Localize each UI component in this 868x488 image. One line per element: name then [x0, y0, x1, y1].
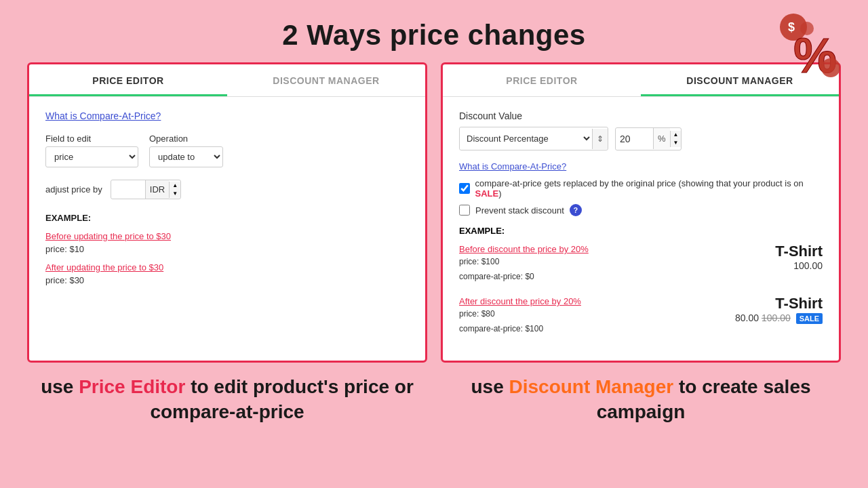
before-price-label: price: [459, 257, 481, 266]
spinner-up[interactable]: ▲ [170, 182, 180, 190]
idr-input-wrap: IDR ▲ ▼ [111, 180, 181, 199]
after-price-label: price: [459, 309, 481, 319]
checkbox-stack-row: Prevent stack discount ? [459, 204, 823, 216]
discount-spinner-up[interactable]: ▲ [671, 131, 682, 139]
sale-badge: SALE [796, 313, 823, 324]
compare-at-price-link-right[interactable]: What is Compare-At-Price? [459, 161, 823, 171]
before-card-details: price: $100 compare-at-price: $0 [459, 255, 589, 284]
tab-discount-manager-left[interactable]: DISCOUNT MANAGER [227, 64, 425, 96]
before-discount-card: Before discount the price by 20% price: … [459, 243, 823, 284]
discount-input-row: Discount Percentage Discount Fixed Amoun… [459, 127, 823, 150]
discount-value-label: Discount Value [459, 110, 823, 121]
footer: use Price Editor to edit product's price… [0, 363, 868, 424]
page-header: 2 Ways price changes [0, 0, 868, 62]
after-price-new: 80.00 [735, 312, 759, 323]
before-compare-val: $0 [525, 272, 534, 281]
discount-select-arrow-icon: ⇕ [592, 129, 608, 149]
footer-left-text1: use [41, 376, 79, 397]
footer-left-text2: to edit product's price or compare-at-pr… [150, 376, 413, 422]
percent-icon: $ % [773, 8, 848, 92]
before-product-name: T-Shirt [775, 243, 823, 260]
field-operation-row: Field to edit price compare-at-price Ope… [45, 134, 409, 167]
after-card-details: price: $80 compare-at-price: $100 [459, 307, 581, 336]
svg-point-3 [821, 58, 840, 77]
compare-at-price-link-left[interactable]: What is Compare-At-Price? [45, 110, 409, 121]
footer-discount-manager-highlight: Discount Manager [509, 376, 673, 397]
after-price-link[interactable]: After updating the price to $30 [45, 262, 409, 272]
page-title: 2 Ways price changes [0, 0, 868, 62]
left-panel: PRICE EDITOR DISCOUNT MANAGER What is Co… [27, 62, 427, 363]
right-panel: PRICE EDITOR DISCOUNT MANAGER Discount V… [441, 62, 841, 363]
footer-right-text1: use [471, 376, 509, 397]
operation-label: Operation [149, 134, 223, 144]
field-to-edit-group: Field to edit price compare-at-price [45, 134, 138, 167]
adjust-label: adjust price by [45, 184, 102, 195]
footer-price-editor-highlight: Price Editor [79, 376, 185, 397]
after-compare-label: compare-at-price: [459, 324, 525, 333]
prevent-stack-label: Prevent stack discount [475, 205, 564, 216]
discount-type-wrap: Discount Percentage Discount Fixed Amoun… [459, 127, 608, 150]
example-section-left: EXAMPLE: Before updating the price to $3… [45, 213, 409, 285]
after-price-old: 100.00 [762, 312, 791, 323]
compare-replace-checkbox[interactable] [459, 183, 470, 194]
discount-amount-wrap: % ▲ ▼ [615, 127, 682, 150]
after-compare-val: $100 [525, 324, 543, 333]
tab-price-editor-right[interactable]: PRICE EDITOR [443, 64, 641, 96]
field-to-edit-label: Field to edit [45, 134, 138, 144]
percent-unit-label: % [653, 128, 670, 149]
after-product-prices: 80.00 100.00 SALE [735, 312, 823, 323]
field-to-edit-select[interactable]: price compare-at-price [45, 146, 138, 167]
compare-replace-text: compare-at-price gets replaced by the or… [475, 178, 823, 199]
checkbox-replace-row: compare-at-price gets replaced by the or… [459, 178, 823, 199]
after-price-val: $80 [481, 309, 495, 319]
prevent-stack-checkbox[interactable] [459, 205, 470, 216]
before-product-price: 100.00 [775, 260, 823, 271]
left-panel-body: What is Compare-At-Price? Field to edit … [29, 97, 425, 307]
idr-spinners: ▲ ▼ [169, 182, 180, 198]
after-discount-link[interactable]: After discount the price by 20% [459, 296, 581, 306]
main-content: PRICE EDITOR DISCOUNT MANAGER What is Co… [0, 62, 868, 363]
tab-price-editor-left[interactable]: PRICE EDITOR [29, 64, 227, 96]
sale-text: SALE [475, 188, 499, 199]
left-tabs: PRICE EDITOR DISCOUNT MANAGER [29, 64, 425, 97]
after-product-name: T-Shirt [735, 295, 823, 312]
before-price-text: price: $10 [45, 244, 409, 254]
discount-amount-input[interactable] [616, 128, 653, 150]
example-title-right: EXAMPLE: [459, 226, 823, 236]
adjust-row: adjust price by IDR ▲ ▼ [45, 180, 409, 199]
discount-spinners: ▲ ▼ [670, 131, 682, 147]
currency-label: IDR [145, 180, 169, 199]
discount-spinner-down[interactable]: ▼ [671, 139, 682, 147]
example-title-left: EXAMPLE: [45, 213, 409, 223]
before-price-link[interactable]: Before updating the price to $30 [45, 231, 409, 241]
before-compare-label: compare-at-price: [459, 272, 525, 281]
right-panel-body: Discount Value Discount Percentage Disco… [443, 97, 839, 361]
svg-point-4 [800, 22, 814, 35]
example-section-right: EXAMPLE: Before discount the price by 20… [459, 226, 823, 336]
footer-right: use Discount Manager to create sales cam… [442, 375, 840, 424]
operation-select[interactable]: update to increase by decrease by [149, 146, 223, 167]
operation-group: Operation update to increase by decrease… [149, 134, 223, 167]
after-discount-card: After discount the price by 20% price: $… [459, 295, 823, 336]
before-price-val: $100 [481, 257, 500, 266]
discount-type-select[interactable]: Discount Percentage Discount Fixed Amoun… [460, 127, 592, 150]
help-icon[interactable]: ? [570, 204, 582, 216]
after-price-text: price: $30 [45, 275, 409, 285]
before-card-header: Before discount the price by 20% price: … [459, 243, 823, 284]
after-card-header: After discount the price by 20% price: $… [459, 295, 823, 336]
adjust-price-input[interactable] [111, 180, 145, 199]
spinner-down[interactable]: ▼ [170, 190, 180, 198]
before-discount-link[interactable]: Before discount the price by 20% [459, 244, 589, 254]
footer-left: use Price Editor to edit product's price… [28, 375, 426, 424]
